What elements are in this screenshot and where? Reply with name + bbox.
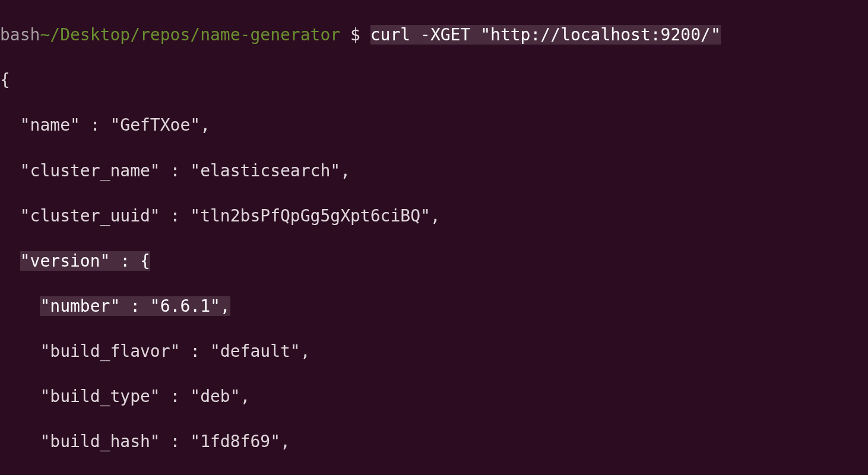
json-build-type: "build_type" : "deb", bbox=[0, 385, 868, 408]
prompt-marker: $ bbox=[340, 25, 370, 45]
command-curl: curl -XGET "http://localhost:9200/" bbox=[370, 25, 721, 45]
indent bbox=[0, 296, 40, 316]
json-build-flavor: "build_flavor" : "default", bbox=[0, 340, 868, 363]
json-cluster-name: "cluster_name" : "elasticsearch", bbox=[0, 160, 868, 182]
json-version-open: "version" : { bbox=[0, 250, 868, 273]
json-build-hash: "build_hash" : "1fd8f69", bbox=[0, 430, 868, 453]
json-cluster-uuid: "cluster_uuid" : "tln2bsPfQpGg5gXpt6ciBQ… bbox=[0, 205, 868, 227]
shell-name: bash bbox=[0, 25, 40, 45]
version-key-highlight: "version" : { bbox=[20, 251, 150, 271]
json-open: { bbox=[0, 69, 868, 91]
terminal[interactable]: bash~/Desktop/repos/name-generator $ cur… bbox=[0, 0, 868, 475]
json-version-number: "number" : "6.6.1", bbox=[0, 295, 868, 318]
version-number-highlight: "number" : "6.6.1", bbox=[40, 296, 230, 316]
cwd-path: ~/Desktop/repos/name-generator bbox=[40, 25, 340, 45]
json-name: "name" : "GefTXoe", bbox=[0, 114, 868, 137]
indent bbox=[0, 251, 20, 271]
prompt-line-1: bash~/Desktop/repos/name-generator $ cur… bbox=[0, 24, 868, 46]
